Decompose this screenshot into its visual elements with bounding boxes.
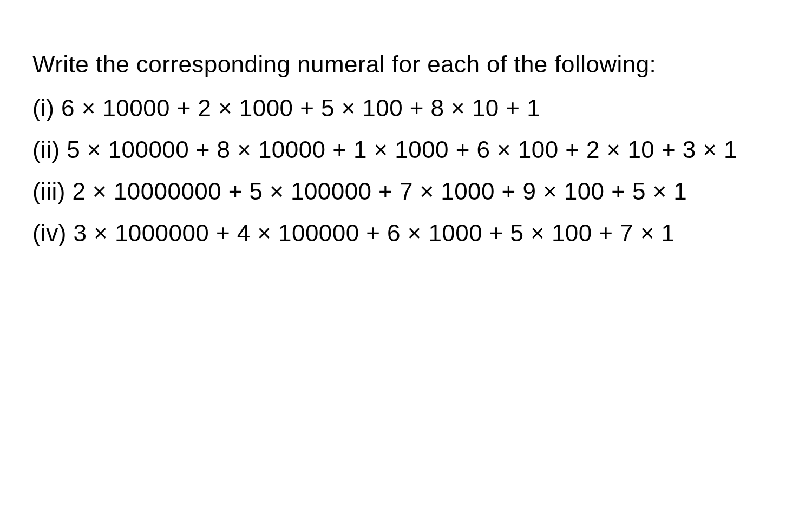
- question-intro: Write the corresponding numeral for each…: [32, 43, 780, 85]
- question-item-2: (ii) 5 × 100000 + 8 × 10000 + 1 × 1000 +…: [32, 129, 780, 170]
- question-item-4: (iv) 3 × 1000000 + 4 × 100000 + 6 × 1000…: [32, 212, 780, 254]
- question-item-1: (i) 6 × 10000 + 2 × 1000 + 5 × 100 + 8 ×…: [32, 87, 780, 129]
- question-content: Write the corresponding numeral for each…: [32, 43, 780, 254]
- question-item-3: (iii) 2 × 10000000 + 5 × 100000 + 7 × 10…: [32, 170, 780, 212]
